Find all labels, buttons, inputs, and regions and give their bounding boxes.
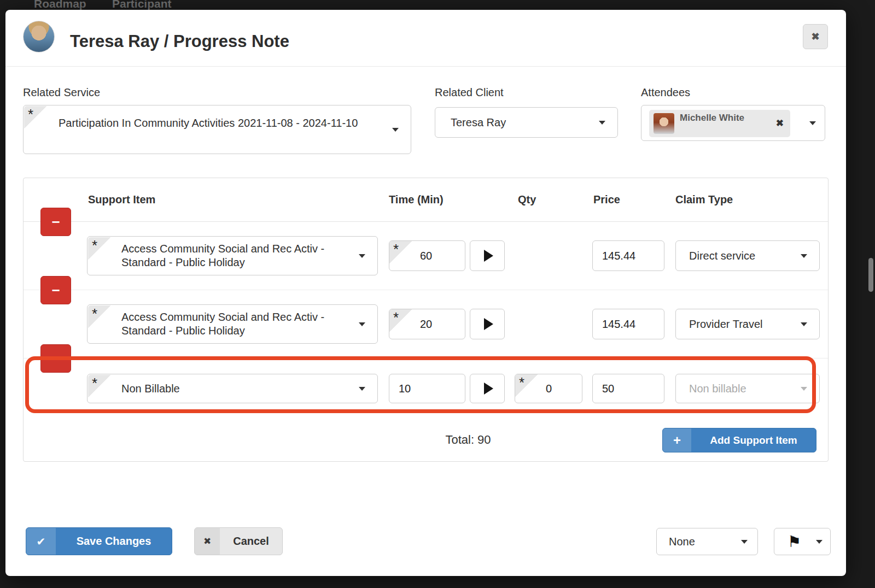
modal-footer: ✔ Save Changes ✖ Cancel None ⚑ [5,527,846,556]
chevron-down-icon [809,121,816,125]
remove-row-button[interactable]: − [40,344,71,373]
close-icon: ✖ [811,31,819,43]
plus-icon: + [663,428,691,452]
total-minutes: Total: 90 [402,433,534,447]
progress-note-modal: Teresa Ray / Progress Note ✖ Related Ser… [5,10,846,576]
qty-field: * [515,374,582,403]
remove-row-button[interactable]: − [40,276,71,304]
related-client-label: Related Client [435,86,504,99]
chevron-down-icon [741,540,748,544]
remove-attendee-icon[interactable]: ✖ [776,117,784,129]
related-service-label: Related Service [23,86,100,99]
price-input[interactable] [592,374,664,403]
support-item-row-2: − * Access Community Social and Rec Acti… [24,290,828,358]
page-scrollbar[interactable] [868,258,873,292]
close-modal-button[interactable]: ✖ [803,24,828,49]
price-input[interactable] [592,309,664,339]
required-marker: * [389,241,412,264]
related-service-value: Participation In Community Activities 20… [59,116,368,130]
chevron-down-icon [392,128,399,132]
flag-icon: ⚑ [788,533,801,551]
required-marker: * [24,106,47,129]
required-marker: * [515,374,538,397]
attendees-select[interactable]: Michelle White ✖ [641,105,825,141]
flag-status-select[interactable]: None [656,528,758,555]
chevron-down-icon [599,121,605,125]
start-timer-button[interactable] [470,309,505,339]
play-icon [484,250,493,262]
time-input[interactable] [389,374,465,403]
col-price: Price [593,193,620,206]
start-timer-button[interactable] [470,240,505,271]
required-marker: * [88,305,111,328]
required-marker: * [389,309,412,332]
related-service-select[interactable]: * Participation In Community Activities … [23,105,411,154]
minus-icon: − [51,351,60,366]
support-item-row-1: − * Access Community Social and Rec Acti… [24,222,828,290]
play-icon [484,318,493,330]
claim-type-select[interactable]: Provider Travel [675,309,820,339]
start-timer-button[interactable] [470,374,505,403]
chevron-down-icon [816,540,822,544]
check-icon: ✔ [26,528,56,555]
attendee-chip: Michelle White ✖ [649,110,790,137]
attendees-label: Attendees [641,86,690,99]
support-items-table: Support Item Time (Min) Qty Price Claim … [23,178,829,462]
price-input[interactable] [592,240,664,271]
background-nav-participant: Participant [112,0,172,10]
remove-row-button[interactable]: − [40,208,71,236]
support-item-select[interactable]: * Access Community Social and Rec Activ … [87,236,378,275]
time-field: * [389,240,465,271]
chevron-down-icon [359,254,365,258]
required-marker: * [88,237,111,260]
col-time: Time (Min) [389,193,444,206]
modal-header: Teresa Ray / Progress Note ✖ [5,10,846,67]
flag-dropdown-button[interactable]: ⚑ [774,528,831,555]
col-qty: Qty [518,193,536,206]
chevron-down-icon [801,387,807,391]
claim-type-select-disabled: Non billable [675,374,820,403]
col-claim-type: Claim Type [675,193,733,206]
attendee-avatar [654,113,674,134]
modal-title: Teresa Ray / Progress Note [70,32,289,51]
attendee-name: Michelle White [680,113,751,124]
col-support-item: Support Item [88,193,155,206]
related-client-select[interactable]: Teresa Ray [435,107,618,138]
time-field: * [389,309,465,339]
claim-type-select[interactable]: Direct service [675,240,820,271]
table-header-row: Support Item Time (Min) Qty Price Claim … [24,178,828,222]
cancel-x-icon: ✖ [195,528,220,555]
chevron-down-icon [359,322,365,326]
add-support-item-button[interactable]: + Add Support Item [662,428,816,452]
chevron-down-icon [801,322,807,326]
play-icon [484,383,493,395]
background-nav-roadmap: Roadmap [34,0,86,10]
support-item-select[interactable]: * Access Community Social and Rec Activ … [87,304,378,344]
chevron-down-icon [359,387,365,391]
cancel-button[interactable]: ✖ Cancel [194,527,283,555]
client-avatar [23,21,55,52]
required-marker: * [88,375,111,398]
table-footer-row: Total: 90 + Add Support Item [24,419,828,462]
minus-icon: − [51,215,60,229]
related-client-value: Teresa Ray [451,116,506,130]
minus-icon: − [51,283,60,297]
save-changes-button[interactable]: ✔ Save Changes [26,527,172,555]
chevron-down-icon [801,254,807,258]
support-item-select[interactable]: * Non Billable [87,374,378,403]
support-item-row-3: − * Non Billable * Non billable [24,358,828,419]
